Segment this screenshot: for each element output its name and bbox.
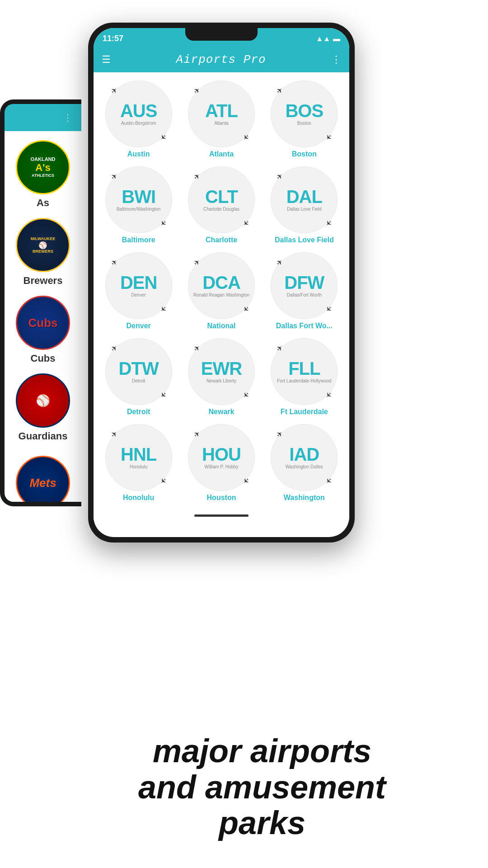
left-phone-more-icon: ⋮ bbox=[63, 112, 72, 123]
airport-label-dtw: Detroit bbox=[127, 408, 150, 416]
app-header: ☰ Airports Pro ⋮ bbox=[94, 47, 349, 72]
airport-item-iad[interactable]: ✈ IAD Washington Dulles ✈ Washington bbox=[263, 420, 346, 506]
home-indicator bbox=[194, 514, 249, 517]
plane-icon-tl: ✈ bbox=[274, 85, 285, 96]
plane-icon-br: ✈ bbox=[324, 476, 334, 486]
airport-item-ewr[interactable]: ✈ EWR Newark Liberty ✈ Newark bbox=[180, 335, 263, 420]
brewers-label: Brewers bbox=[23, 275, 63, 287]
plane-icon-tl: ✈ bbox=[192, 85, 202, 96]
airport-fullname-hou: William P. Hobby bbox=[200, 464, 243, 470]
home-indicator-wrap bbox=[94, 511, 349, 520]
airport-code-dtw: DTW bbox=[119, 359, 159, 377]
airport-label-dal: Dallas Love Field bbox=[275, 236, 334, 244]
airport-label-hou: Houston bbox=[207, 494, 236, 502]
airport-label-aus: Austin bbox=[127, 150, 150, 158]
airport-label-hnl: Honolulu bbox=[123, 494, 154, 502]
airport-item-dca[interactable]: ✈ DCA Ronald Reagan Washington ✈ Nationa… bbox=[180, 249, 263, 335]
airport-circle-atl: ✈ ATL Atlanta ✈ bbox=[188, 80, 255, 147]
airport-code-hnl: HNL bbox=[121, 445, 156, 463]
airport-item-atl[interactable]: ✈ ATL Atlanta ✈ Atlanta bbox=[180, 77, 263, 163]
plane-icon-tl: ✈ bbox=[274, 171, 285, 182]
airport-code-ewr: EWR bbox=[201, 359, 242, 377]
airport-item-clt[interactable]: ✈ CLT Charlotte Douglas ✈ Charlotte bbox=[180, 163, 263, 249]
plane-icon-br: ✈ bbox=[241, 476, 251, 486]
plane-icon-tl: ✈ bbox=[109, 257, 119, 268]
main-phone: 11:57 ▲▲ ▬ ☰ Airports Pro ⋮ ✈ AUS Austin… bbox=[88, 23, 355, 542]
plane-icon-br: ✈ bbox=[241, 132, 251, 142]
airport-code-fll: FLL bbox=[288, 359, 320, 377]
plane-icon-tl: ✈ bbox=[192, 343, 202, 354]
airport-item-bwi[interactable]: ✈ BWI Baltimore/Washington ✈ Baltimore bbox=[97, 163, 180, 249]
airport-circle-den: ✈ DEN Denver ✈ bbox=[105, 252, 172, 319]
airport-item-fll[interactable]: ✈ FLL Fort Lauderdale-Hollywood ✈ Ft Lau… bbox=[263, 335, 346, 420]
plane-icon-tl: ✈ bbox=[192, 171, 202, 182]
plane-icon-br: ✈ bbox=[158, 390, 169, 400]
airport-item-bos[interactable]: ✈ BOS Boston ✈ Boston bbox=[263, 77, 346, 163]
airport-circle-ewr: ✈ EWR Newark Liberty ✈ bbox=[188, 338, 255, 405]
airport-circle-bos: ✈ BOS Boston ✈ bbox=[271, 80, 338, 147]
airport-label-atl: Atlanta bbox=[209, 150, 234, 158]
airport-fullname-hnl: Honolulu bbox=[125, 464, 152, 470]
airport-code-dca: DCA bbox=[202, 274, 240, 292]
more-icon[interactable]: ⋮ bbox=[331, 54, 341, 66]
airport-item-den[interactable]: ✈ DEN Denver ✈ Denver bbox=[97, 249, 180, 335]
guardians-label: Guardians bbox=[19, 430, 68, 442]
airport-circle-fll: ✈ FLL Fort Lauderdale-Hollywood ✈ bbox=[271, 338, 338, 405]
airport-fullname-dca: Ronald Reagan Washington bbox=[189, 292, 254, 298]
airport-circle-dfw: ✈ DFW Dallas/Fort Worth ✈ bbox=[271, 252, 338, 319]
app-title: Airports Pro bbox=[176, 53, 266, 66]
plane-icon-tl: ✈ bbox=[109, 343, 119, 354]
airport-circle-aus: ✈ AUS Austin-Bergstrom ✈ bbox=[105, 80, 172, 147]
airport-code-dal: DAL bbox=[286, 188, 322, 206]
airport-label-fll: Ft Lauderdale bbox=[281, 408, 328, 416]
airport-circle-dca: ✈ DCA Ronald Reagan Washington ✈ bbox=[188, 252, 255, 319]
airport-item-dtw[interactable]: ✈ DTW Detroit ✈ Detroit bbox=[97, 335, 180, 420]
airport-circle-hou: ✈ HOU William P. Hobby ✈ bbox=[188, 424, 255, 491]
plane-icon-tl: ✈ bbox=[192, 429, 202, 439]
airport-fullname-dal: Dallas Love Field bbox=[282, 207, 326, 212]
plane-icon-br: ✈ bbox=[324, 218, 334, 228]
airport-fullname-den: Denver bbox=[127, 292, 150, 298]
airport-label-den: Denver bbox=[127, 322, 151, 330]
airport-item-hou[interactable]: ✈ HOU William P. Hobby ✈ Houston bbox=[180, 420, 263, 506]
plane-icon-tl: ✈ bbox=[109, 429, 119, 439]
cubs-logo[interactable]: Cubs bbox=[16, 296, 70, 350]
plane-icon-tl: ✈ bbox=[192, 257, 202, 268]
athletics-logo[interactable]: OAKLAND A's ATHLETICS bbox=[16, 140, 70, 194]
plane-icon-tl: ✈ bbox=[274, 257, 285, 268]
airport-grid: ✈ AUS Austin-Bergstrom ✈ Austin ✈ ATL At… bbox=[94, 72, 349, 511]
airport-fullname-dfw: Dallas/Fort Worth bbox=[282, 292, 327, 298]
airport-item-dal[interactable]: ✈ DAL Dallas Love Field ✈ Dallas Love Fi… bbox=[263, 163, 346, 249]
status-time: 11:57 bbox=[103, 34, 123, 43]
airport-item-aus[interactable]: ✈ AUS Austin-Bergstrom ✈ Austin bbox=[97, 77, 180, 163]
plane-icon-br: ✈ bbox=[324, 132, 334, 142]
brewers-logo[interactable]: MILWAUKEE ⚾ BREWERS bbox=[16, 218, 70, 272]
airport-circle-dtw: ✈ DTW Detroit ✈ bbox=[105, 338, 172, 405]
airport-label-dfw: Dallas Fort Wo... bbox=[276, 322, 333, 330]
airport-label-ewr: Newark bbox=[209, 408, 235, 416]
airport-label-bwi: Baltimore bbox=[122, 236, 155, 244]
plane-icon-tl: ✈ bbox=[274, 429, 285, 439]
plane-icon-br: ✈ bbox=[158, 304, 169, 314]
athletics-label: As bbox=[37, 197, 49, 209]
airport-circle-clt: ✈ CLT Charlotte Douglas ✈ bbox=[188, 166, 255, 233]
airport-fullname-bwi: Baltimore/Washington bbox=[112, 207, 165, 212]
plane-icon-br: ✈ bbox=[324, 390, 334, 400]
notch bbox=[185, 28, 258, 41]
airport-fullname-atl: Atlanta bbox=[210, 121, 233, 126]
airport-code-bwi: BWI bbox=[122, 188, 155, 206]
airport-item-hnl[interactable]: ✈ HNL Honolulu ✈ Honolulu bbox=[97, 420, 180, 506]
airport-code-dfw: DFW bbox=[284, 274, 324, 292]
airport-label-dca: National bbox=[207, 322, 235, 330]
airport-code-hou: HOU bbox=[202, 445, 241, 463]
mets-logo[interactable]: Mets bbox=[16, 456, 70, 502]
airport-fullname-clt: Charlotte Douglas bbox=[199, 207, 244, 212]
airport-code-clt: CLT bbox=[205, 188, 238, 206]
guardians-logo[interactable]: ⚾ bbox=[16, 373, 70, 428]
airport-item-dfw[interactable]: ✈ DFW Dallas/Fort Worth ✈ Dallas Fort Wo… bbox=[263, 249, 346, 335]
hamburger-icon[interactable]: ☰ bbox=[102, 54, 111, 66]
airport-label-bos: Boston bbox=[292, 150, 317, 158]
airport-circle-bwi: ✈ BWI Baltimore/Washington ✈ bbox=[105, 166, 172, 233]
plane-icon-br: ✈ bbox=[158, 476, 169, 486]
airport-fullname-aus: Austin-Bergstrom bbox=[117, 121, 160, 126]
